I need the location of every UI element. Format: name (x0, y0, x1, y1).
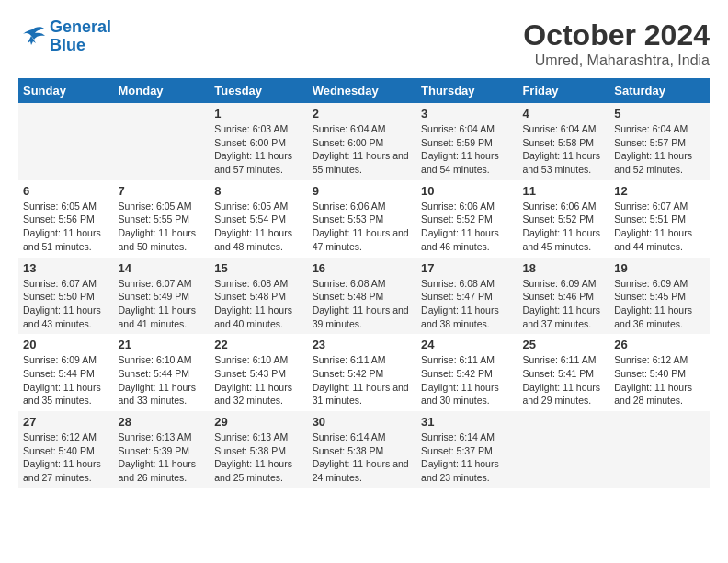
col-header-wednesday: Wednesday (308, 78, 416, 103)
day-number: 8 (214, 184, 302, 198)
calendar-table: SundayMondayTuesdayWednesdayThursdayFrid… (18, 78, 710, 488)
calendar-cell (609, 411, 710, 488)
day-number: 6 (23, 184, 108, 198)
day-number: 23 (313, 338, 412, 351)
day-info: Sunrise: 6:04 AMSunset: 5:57 PMDaylight:… (614, 122, 705, 177)
day-info: Sunrise: 6:05 AMSunset: 5:55 PMDaylight:… (118, 200, 205, 254)
day-info: Sunrise: 6:04 AMSunset: 6:00 PMDaylight:… (313, 122, 412, 177)
calendar-cell: 3Sunrise: 6:04 AMSunset: 5:59 PMDaylight… (416, 103, 518, 180)
day-info: Sunrise: 6:04 AMSunset: 5:58 PMDaylight:… (522, 122, 605, 177)
day-info: Sunrise: 6:12 AMSunset: 5:40 PMDaylight:… (614, 353, 705, 408)
day-number: 25 (522, 338, 605, 351)
calendar-cell: 11Sunrise: 6:06 AMSunset: 5:52 PMDayligh… (518, 180, 609, 258)
title-block: October 2024 Umred, Maharashtra, India (523, 18, 710, 69)
calendar-cell: 25Sunrise: 6:11 AMSunset: 5:41 PMDayligh… (518, 334, 609, 411)
day-number: 19 (614, 261, 705, 275)
day-info: Sunrise: 6:10 AMSunset: 5:44 PMDaylight:… (118, 353, 205, 408)
day-info: Sunrise: 6:10 AMSunset: 5:43 PMDaylight:… (214, 353, 302, 408)
calendar-cell: 9Sunrise: 6:06 AMSunset: 5:53 PMDaylight… (308, 180, 416, 258)
calendar-cell: 30Sunrise: 6:14 AMSunset: 5:38 PMDayligh… (308, 411, 416, 488)
day-number: 22 (214, 338, 302, 351)
calendar-cell: 20Sunrise: 6:09 AMSunset: 5:44 PMDayligh… (18, 334, 113, 411)
calendar-cell: 26Sunrise: 6:12 AMSunset: 5:40 PMDayligh… (609, 334, 710, 411)
day-number: 26 (614, 338, 705, 351)
day-info: Sunrise: 6:06 AMSunset: 5:53 PMDaylight:… (313, 200, 412, 254)
day-info: Sunrise: 6:09 AMSunset: 5:46 PMDaylight:… (522, 277, 605, 331)
day-info: Sunrise: 6:07 AMSunset: 5:51 PMDaylight:… (614, 200, 705, 254)
logo-bird-icon (18, 25, 46, 48)
day-number: 28 (118, 415, 205, 429)
col-header-thursday: Thursday (416, 78, 518, 103)
day-number: 2 (313, 107, 412, 121)
calendar-cell: 2Sunrise: 6:04 AMSunset: 6:00 PMDaylight… (308, 103, 416, 180)
day-info: Sunrise: 6:07 AMSunset: 5:50 PMDaylight:… (23, 277, 108, 331)
calendar-cell: 4Sunrise: 6:04 AMSunset: 5:58 PMDaylight… (518, 103, 609, 180)
day-info: Sunrise: 6:08 AMSunset: 5:47 PMDaylight:… (421, 277, 513, 331)
day-info: Sunrise: 6:11 AMSunset: 5:42 PMDaylight:… (313, 353, 412, 408)
calendar-week-row: 6Sunrise: 6:05 AMSunset: 5:56 PMDaylight… (18, 180, 710, 258)
calendar-cell: 1Sunrise: 6:03 AMSunset: 6:00 PMDaylight… (210, 103, 307, 180)
calendar-cell: 23Sunrise: 6:11 AMSunset: 5:42 PMDayligh… (308, 334, 416, 411)
col-header-tuesday: Tuesday (210, 78, 307, 103)
col-header-saturday: Saturday (609, 78, 710, 103)
day-info: Sunrise: 6:13 AMSunset: 5:38 PMDaylight:… (214, 431, 302, 485)
day-number: 7 (118, 184, 205, 198)
calendar-cell: 22Sunrise: 6:10 AMSunset: 5:43 PMDayligh… (210, 334, 307, 411)
calendar-cell: 19Sunrise: 6:09 AMSunset: 5:45 PMDayligh… (609, 258, 710, 335)
calendar-cell: 27Sunrise: 6:12 AMSunset: 5:40 PMDayligh… (18, 411, 113, 488)
day-info: Sunrise: 6:04 AMSunset: 5:59 PMDaylight:… (421, 122, 513, 177)
day-number: 9 (313, 184, 412, 198)
calendar-week-row: 20Sunrise: 6:09 AMSunset: 5:44 PMDayligh… (18, 334, 710, 411)
day-number: 31 (421, 415, 513, 429)
calendar-cell: 15Sunrise: 6:08 AMSunset: 5:48 PMDayligh… (210, 258, 307, 335)
day-info: Sunrise: 6:09 AMSunset: 5:45 PMDaylight:… (614, 277, 705, 331)
day-info: Sunrise: 6:13 AMSunset: 5:39 PMDaylight:… (118, 431, 205, 485)
day-info: Sunrise: 6:11 AMSunset: 5:42 PMDaylight:… (421, 353, 513, 408)
day-info: Sunrise: 6:14 AMSunset: 5:37 PMDaylight:… (421, 431, 513, 485)
day-number: 4 (522, 107, 605, 121)
calendar-cell (518, 411, 609, 488)
day-number: 17 (421, 261, 513, 275)
day-info: Sunrise: 6:03 AMSunset: 6:00 PMDaylight:… (214, 122, 302, 177)
calendar-cell: 8Sunrise: 6:05 AMSunset: 5:54 PMDaylight… (210, 180, 307, 258)
calendar-cell: 5Sunrise: 6:04 AMSunset: 5:57 PMDaylight… (609, 103, 710, 180)
logo: General Blue (18, 18, 111, 55)
calendar-cell: 6Sunrise: 6:05 AMSunset: 5:56 PMDaylight… (18, 180, 113, 258)
day-number: 20 (23, 338, 108, 351)
col-header-monday: Monday (113, 78, 210, 103)
day-number: 12 (614, 184, 705, 198)
day-number: 29 (214, 415, 302, 429)
day-number: 16 (313, 261, 412, 275)
calendar-cell: 31Sunrise: 6:14 AMSunset: 5:37 PMDayligh… (416, 411, 518, 488)
day-info: Sunrise: 6:07 AMSunset: 5:49 PMDaylight:… (118, 277, 205, 331)
calendar-cell: 17Sunrise: 6:08 AMSunset: 5:47 PMDayligh… (416, 258, 518, 335)
calendar-cell: 29Sunrise: 6:13 AMSunset: 5:38 PMDayligh… (210, 411, 307, 488)
day-number: 1 (214, 107, 302, 121)
day-number: 5 (614, 107, 705, 121)
col-header-friday: Friday (518, 78, 609, 103)
day-number: 3 (421, 107, 513, 121)
logo-text: General Blue (50, 18, 111, 55)
day-info: Sunrise: 6:11 AMSunset: 5:41 PMDaylight:… (522, 353, 605, 408)
calendar-cell (113, 103, 210, 180)
calendar-subtitle: Umred, Maharashtra, India (523, 52, 710, 69)
col-header-sunday: Sunday (18, 78, 113, 103)
day-number: 11 (522, 184, 605, 198)
day-number: 30 (313, 415, 412, 429)
day-info: Sunrise: 6:08 AMSunset: 5:48 PMDaylight:… (313, 277, 412, 331)
page-header: General Blue October 2024 Umred, Maharas… (18, 18, 710, 69)
day-info: Sunrise: 6:09 AMSunset: 5:44 PMDaylight:… (23, 353, 108, 408)
calendar-cell: 13Sunrise: 6:07 AMSunset: 5:50 PMDayligh… (18, 258, 113, 335)
calendar-cell: 21Sunrise: 6:10 AMSunset: 5:44 PMDayligh… (113, 334, 210, 411)
day-info: Sunrise: 6:06 AMSunset: 5:52 PMDaylight:… (522, 200, 605, 254)
day-info: Sunrise: 6:08 AMSunset: 5:48 PMDaylight:… (214, 277, 302, 331)
calendar-title: October 2024 (523, 18, 710, 52)
calendar-cell: 28Sunrise: 6:13 AMSunset: 5:39 PMDayligh… (113, 411, 210, 488)
calendar-cell (18, 103, 113, 180)
day-info: Sunrise: 6:05 AMSunset: 5:54 PMDaylight:… (214, 200, 302, 254)
day-number: 15 (214, 261, 302, 275)
calendar-week-row: 1Sunrise: 6:03 AMSunset: 6:00 PMDaylight… (18, 103, 710, 180)
calendar-cell: 10Sunrise: 6:06 AMSunset: 5:52 PMDayligh… (416, 180, 518, 258)
calendar-week-row: 13Sunrise: 6:07 AMSunset: 5:50 PMDayligh… (18, 258, 710, 335)
day-info: Sunrise: 6:14 AMSunset: 5:38 PMDaylight:… (313, 431, 412, 485)
